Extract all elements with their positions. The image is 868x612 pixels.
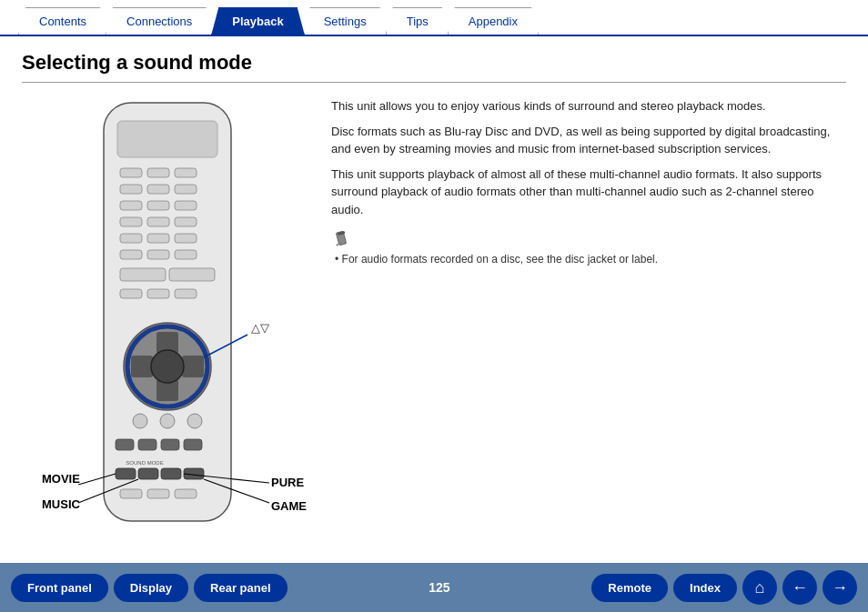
svg-point-31 (151, 350, 184, 383)
svg-rect-24 (175, 289, 197, 298)
svg-rect-2 (120, 168, 142, 177)
text-panel: This unit allows you to enjoy various ki… (331, 94, 846, 569)
svg-rect-14 (120, 234, 142, 243)
svg-rect-50 (147, 489, 169, 498)
rear-panel-button[interactable]: Rear panel (194, 574, 287, 602)
note-bullet: • For audio formats recorded on a disc, … (331, 253, 658, 266)
svg-rect-22 (120, 289, 142, 298)
svg-rect-18 (147, 250, 169, 259)
front-panel-button[interactable]: Front panel (11, 574, 108, 602)
body-text-2: Disc formats such as Blu-ray Disc and DV… (331, 123, 846, 158)
movie-label: MOVIE (42, 472, 80, 486)
pure-label: PURE (271, 476, 304, 489)
svg-rect-43 (161, 468, 181, 479)
svg-rect-20 (120, 268, 166, 281)
pencil-icon (331, 229, 351, 249)
body-text-1: This unit allows you to enjoy various ki… (331, 97, 846, 115)
svg-rect-11 (120, 217, 142, 226)
svg-rect-0 (104, 103, 231, 521)
svg-rect-1 (117, 121, 217, 157)
svg-rect-17 (120, 250, 142, 259)
svg-rect-36 (116, 439, 134, 450)
tab-settings[interactable]: Settings (303, 7, 388, 35)
svg-rect-51 (175, 489, 197, 498)
svg-rect-38 (161, 439, 179, 450)
svg-rect-21 (169, 268, 215, 281)
svg-rect-37 (138, 439, 156, 450)
game-label: GAME (271, 499, 307, 513)
svg-rect-49 (120, 489, 142, 498)
back-button[interactable]: ← (782, 570, 817, 605)
remote-illustration: △▽ SOUND MODE MOVIE (22, 94, 313, 569)
home-button[interactable]: ⌂ (742, 570, 777, 605)
content-area: △▽ SOUND MODE MOVIE (22, 94, 846, 569)
forward-icon: → (832, 578, 848, 597)
svg-rect-9 (147, 201, 169, 210)
tab-connections[interactable]: Connections (106, 7, 213, 35)
body-text-3: This unit supports playback of almost al… (331, 166, 846, 219)
back-icon: ← (792, 578, 808, 597)
forward-button[interactable]: → (823, 570, 857, 605)
nav-tabs: Contents Connections Playback Settings T… (0, 0, 868, 36)
remote-svg: △▽ SOUND MODE MOVIE (22, 94, 313, 567)
svg-point-35 (187, 414, 202, 428)
svg-rect-42 (138, 468, 158, 479)
svg-rect-19 (175, 250, 197, 259)
display-button[interactable]: Display (114, 574, 188, 602)
svg-rect-13 (175, 217, 197, 226)
svg-rect-39 (184, 439, 202, 450)
svg-rect-6 (147, 185, 169, 194)
svg-rect-16 (175, 234, 197, 243)
svg-rect-30 (182, 356, 204, 377)
music-label: MUSIC (42, 497, 81, 511)
svg-rect-3 (147, 168, 169, 177)
svg-rect-15 (147, 234, 169, 243)
tab-appendix[interactable]: Appendix (448, 7, 539, 35)
svg-point-34 (160, 414, 175, 428)
home-icon: ⌂ (755, 578, 765, 597)
page-number: 125 (302, 580, 578, 595)
svg-rect-29 (131, 356, 153, 377)
tab-playback[interactable]: Playback (211, 7, 304, 35)
svg-rect-7 (175, 185, 197, 194)
svg-text:SOUND MODE: SOUND MODE (126, 460, 163, 466)
remote-button[interactable]: Remote (591, 574, 668, 602)
tab-tips[interactable]: Tips (386, 7, 449, 35)
tab-contents[interactable]: Contents (18, 7, 107, 35)
svg-rect-12 (147, 217, 169, 226)
svg-rect-8 (120, 201, 142, 210)
svg-rect-23 (147, 289, 169, 298)
main-content: Selecting a sound mode (0, 36, 868, 584)
page-title: Selecting a sound mode (22, 51, 846, 83)
svg-rect-5 (120, 185, 142, 194)
arrow-label: △▽ (251, 321, 269, 335)
svg-point-33 (133, 414, 147, 428)
svg-rect-10 (175, 201, 197, 210)
bottom-nav: Front panel Display Rear panel 125 Remot… (0, 563, 868, 612)
index-button[interactable]: Index (673, 574, 737, 602)
svg-rect-41 (116, 468, 136, 479)
svg-rect-4 (175, 168, 197, 177)
note-section: • For audio formats recorded on a disc, … (331, 229, 846, 266)
